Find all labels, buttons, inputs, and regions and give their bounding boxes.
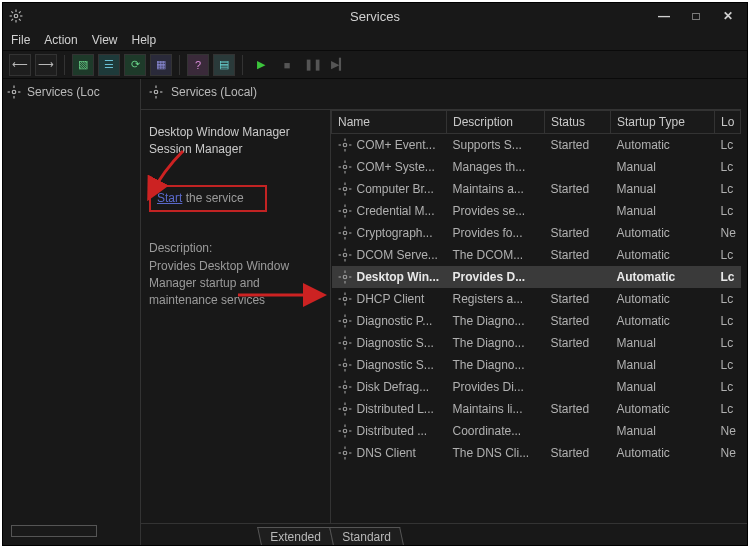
column-header-description[interactable]: Description — [447, 111, 545, 134]
cell-name: Desktop Win... — [357, 270, 440, 284]
svg-point-29 — [343, 187, 347, 191]
table-row[interactable]: Computer Br...Maintains a...StartedManua… — [332, 178, 741, 200]
toolbar: ⟵ ⟶ ▧ ☰ ⟳ ▦ ? ▤ ▶ ■ ❚❚ ▶▎ — [3, 51, 747, 79]
menu-help[interactable]: Help — [132, 33, 157, 47]
restart-button[interactable]: ▶▎ — [328, 54, 350, 76]
table-row[interactable]: Credential M...Provides se...ManualLc — [332, 200, 741, 222]
table-row[interactable]: Distributed ...Coordinate...ManualNe — [332, 420, 741, 442]
cell-description: Provides fo... — [447, 222, 545, 244]
table-row[interactable]: Distributed L...Maintains li...StartedAu… — [332, 398, 741, 420]
cell-name: Distributed ... — [357, 424, 428, 438]
properties-button[interactable]: ▤ — [213, 54, 235, 76]
list-view-button[interactable]: ☰ — [98, 54, 120, 76]
cell-startup: Automatic — [611, 134, 715, 156]
cell-status: Started — [545, 134, 611, 156]
annotation-highlight-box: Start the service — [149, 185, 267, 212]
tab-label: Standard — [342, 530, 391, 544]
console-tree[interactable]: Services (Loc — [3, 79, 141, 545]
cell-startup: Manual — [611, 200, 715, 222]
svg-line-7 — [11, 19, 13, 21]
cell-name: COM+ Syste... — [357, 160, 435, 174]
table-row[interactable]: DHCP ClientRegisters a...StartedAutomati… — [332, 288, 741, 310]
cell-status — [545, 266, 611, 288]
column-header-logon[interactable]: Lo — [715, 111, 741, 134]
menu-file[interactable]: File — [11, 33, 30, 47]
title-bar[interactable]: Services — □ ✕ — [3, 3, 747, 29]
gear-icon — [338, 248, 352, 262]
gear-icon — [338, 446, 352, 460]
gear-icon — [338, 402, 352, 416]
cell-name: COM+ Event... — [357, 138, 436, 152]
gear-icon — [7, 85, 21, 99]
selected-service-name: Desktop Window Manager — [149, 124, 324, 141]
column-header-startup[interactable]: Startup Type — [611, 111, 715, 134]
svg-point-79 — [343, 407, 347, 411]
back-button[interactable]: ⟵ — [9, 54, 31, 76]
cell-name: Diagnostic P... — [357, 314, 433, 328]
tab-extended[interactable]: Extended — [257, 527, 334, 545]
table-row[interactable]: Diagnostic P...The Diagno...StartedAutom… — [332, 310, 741, 332]
cell-name: DNS Client — [357, 446, 416, 460]
menu-view[interactable]: View — [92, 33, 118, 47]
table-row[interactable]: DCOM Serve...The DCOM...StartedAutomatic… — [332, 244, 741, 266]
svg-point-0 — [14, 14, 18, 18]
cell-name: Distributed L... — [357, 402, 434, 416]
cell-startup: Manual — [611, 354, 715, 376]
pause-button[interactable]: ❚❚ — [302, 54, 324, 76]
table-row[interactable]: COM+ Event...Supports S...StartedAutomat… — [332, 134, 741, 156]
gear-icon — [338, 182, 352, 196]
table-row[interactable]: Cryptograph...Provides fo...StartedAutom… — [332, 222, 741, 244]
minimize-button[interactable]: — — [657, 9, 671, 23]
window-title: Services — [350, 9, 400, 24]
svg-point-59 — [343, 319, 347, 323]
help-button[interactable]: ? — [187, 54, 209, 76]
refresh-button[interactable]: ⟳ — [124, 54, 146, 76]
table-row[interactable]: Diagnostic S...The Diagno...ManualLc — [332, 354, 741, 376]
gear-icon — [338, 336, 352, 350]
table-row[interactable]: Disk Defrag...Provides Di...ManualLc — [332, 376, 741, 398]
gear-icon — [149, 85, 163, 99]
cell-status: Started — [545, 288, 611, 310]
close-button[interactable]: ✕ — [721, 9, 735, 23]
export-list-button[interactable]: ▦ — [150, 54, 172, 76]
menu-action[interactable]: Action — [44, 33, 77, 47]
gear-icon — [338, 292, 352, 306]
forward-button[interactable]: ⟶ — [35, 54, 57, 76]
gear-icon — [338, 314, 352, 328]
svg-point-39 — [343, 231, 347, 235]
svg-point-64 — [343, 341, 347, 345]
cell-startup: Automatic — [611, 398, 715, 420]
tab-label: Extended — [270, 530, 321, 544]
pane-title: Services (Local) — [171, 85, 257, 99]
table-row[interactable]: DNS ClientThe DNS Cli...StartedAutomatic… — [332, 442, 741, 464]
gear-icon — [338, 270, 352, 284]
cell-startup: Automatic — [611, 266, 715, 288]
start-service-link[interactable]: Start — [157, 191, 182, 205]
cell-name: Diagnostic S... — [357, 336, 434, 350]
cell-description: The DNS Cli... — [447, 442, 545, 464]
svg-point-14 — [154, 90, 158, 94]
tree-node-services-local[interactable]: Services (Loc — [27, 85, 100, 99]
table-row[interactable]: Desktop Win...Provides D...AutomaticLc — [332, 266, 741, 288]
maximize-button[interactable]: □ — [689, 9, 703, 23]
cell-startup: Manual — [611, 332, 715, 354]
services-table-wrap[interactable]: Name Description Status Startup Type Lo … — [331, 110, 741, 523]
start-button[interactable]: ▶ — [250, 54, 272, 76]
column-header-name[interactable]: Name — [332, 111, 447, 134]
svg-point-24 — [343, 165, 347, 169]
cell-name: Computer Br... — [357, 182, 434, 196]
show-hide-tree-button[interactable]: ▧ — [72, 54, 94, 76]
cell-startup: Manual — [611, 420, 715, 442]
column-header-status[interactable]: Status — [545, 111, 611, 134]
tab-standard[interactable]: Standard — [329, 527, 404, 545]
table-row[interactable]: Diagnostic S...The Diagno...StartedManua… — [332, 332, 741, 354]
view-tabs: Extended Standard — [141, 523, 747, 545]
stop-button[interactable]: ■ — [276, 54, 298, 76]
description-label: Description: — [149, 240, 324, 257]
table-row[interactable]: COM+ Syste...Manages th...ManualLc — [332, 156, 741, 178]
cell-description: Provides Di... — [447, 376, 545, 398]
cell-name: Cryptograph... — [357, 226, 433, 240]
cell-description: Registers a... — [447, 288, 545, 310]
separator — [64, 55, 65, 75]
cell-status — [545, 156, 611, 178]
